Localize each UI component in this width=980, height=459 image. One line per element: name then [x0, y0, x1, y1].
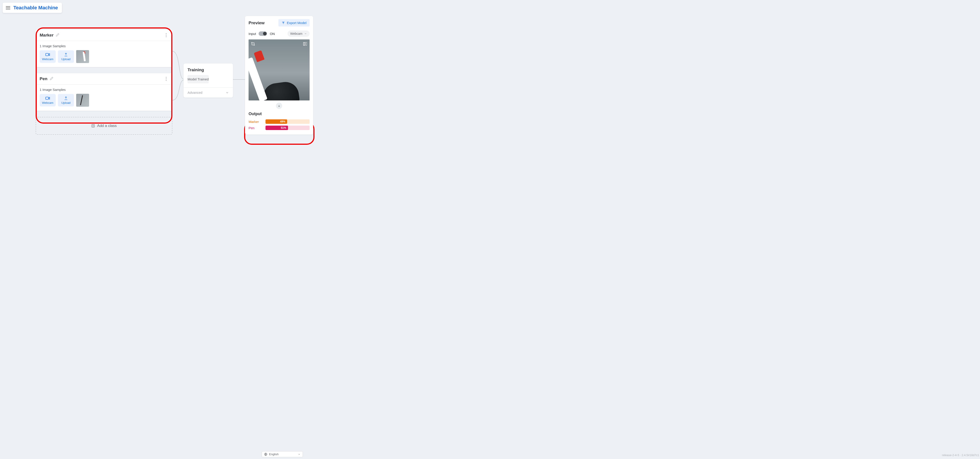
language-value: English [269, 453, 278, 456]
menu-icon[interactable] [5, 5, 11, 11]
output-bar-track: 49% [266, 119, 310, 124]
output-bar-fill: 49% [266, 119, 287, 124]
webcam-button[interactable]: Webcam [40, 50, 56, 63]
pencil-icon[interactable] [56, 33, 59, 38]
input-label: Input [248, 32, 256, 36]
chevron-down-icon [225, 91, 229, 94]
preview-title: Preview [248, 21, 265, 25]
export-icon [282, 21, 285, 25]
webcam-label: Webcam [42, 57, 53, 61]
input-toggle[interactable] [259, 32, 267, 36]
scroll-down-button[interactable] [276, 103, 282, 109]
input-on-label: ON [270, 32, 275, 36]
svg-rect-1 [46, 97, 49, 99]
pencil-icon[interactable] [50, 76, 54, 81]
advanced-label: Advanced [188, 91, 202, 94]
output-bar-track: 51% [266, 125, 310, 130]
output-pct: 51% [281, 126, 286, 129]
input-source-select[interactable]: Webcam [288, 30, 310, 37]
sample-thumbnail[interactable] [76, 94, 89, 107]
webcam-label: Webcam [42, 101, 53, 105]
advanced-toggle[interactable]: Advanced [183, 87, 233, 98]
input-source-value: Webcam [290, 32, 302, 35]
webcam-button[interactable]: Webcam [40, 94, 56, 106]
output-row-pen: Pen 51% [245, 125, 313, 131]
language-select[interactable]: English [262, 451, 303, 457]
chevron-down-icon [304, 32, 307, 35]
svg-rect-0 [46, 53, 49, 56]
upload-label: Upload [61, 57, 70, 61]
app-header: Teachable Machine [3, 3, 62, 13]
version-text: release-2-4-5 · 2.4.5#18d7c1 [942, 453, 979, 457]
output-class-label: Pen [248, 126, 263, 130]
export-model-button[interactable]: Export Model [278, 19, 310, 27]
triangle-down-icon [298, 453, 301, 456]
training-title: Training [183, 64, 233, 75]
class-menu-icon[interactable] [164, 77, 169, 81]
upload-icon [64, 96, 68, 100]
class-card-marker: Marker 1 Image Samples Webcam Upl [36, 30, 172, 67]
output-title: Output [245, 110, 313, 119]
output-bar-fill: 51% [266, 125, 288, 130]
class-name[interactable]: Marker [40, 33, 54, 38]
plus-icon [91, 124, 95, 128]
svg-rect-4 [305, 42, 307, 45]
upload-button[interactable]: Upload [58, 50, 74, 63]
class-card-pen: Pen 1 Image Samples Webcam Upload [36, 73, 172, 111]
output-row-marker: Marker 49% [245, 119, 313, 125]
webcam-icon [45, 96, 50, 100]
samples-count: 1 Image Samples [40, 44, 169, 48]
classes-column: Marker 1 Image Samples Webcam Upl [36, 30, 172, 135]
train-model-button[interactable]: Model Trained [188, 75, 209, 83]
add-class-button[interactable]: Add a class [36, 117, 172, 135]
webcam-preview [248, 40, 310, 100]
preview-card: Preview Export Model Input ON Webcam [245, 16, 313, 135]
add-class-label: Add a class [97, 124, 117, 128]
output-class-label: Marker [248, 120, 263, 124]
output-pct: 49% [280, 120, 285, 123]
webcam-icon [45, 52, 50, 57]
svg-rect-3 [304, 42, 305, 45]
upload-icon [64, 52, 68, 57]
upload-label: Upload [61, 101, 70, 105]
crop-icon[interactable] [251, 42, 255, 47]
upload-button[interactable]: Upload [58, 94, 74, 106]
training-card: Training Model Trained Advanced [183, 64, 233, 98]
samples-count: 1 Image Samples [40, 88, 169, 92]
sample-thumbnail[interactable] [76, 50, 89, 63]
class-menu-icon[interactable] [164, 33, 169, 37]
globe-icon [264, 453, 267, 456]
arrow-down-icon [277, 104, 281, 107]
flip-icon[interactable] [303, 42, 307, 47]
app-title[interactable]: Teachable Machine [13, 5, 58, 11]
export-label: Export Model [287, 21, 307, 25]
class-name[interactable]: Pen [40, 76, 48, 81]
